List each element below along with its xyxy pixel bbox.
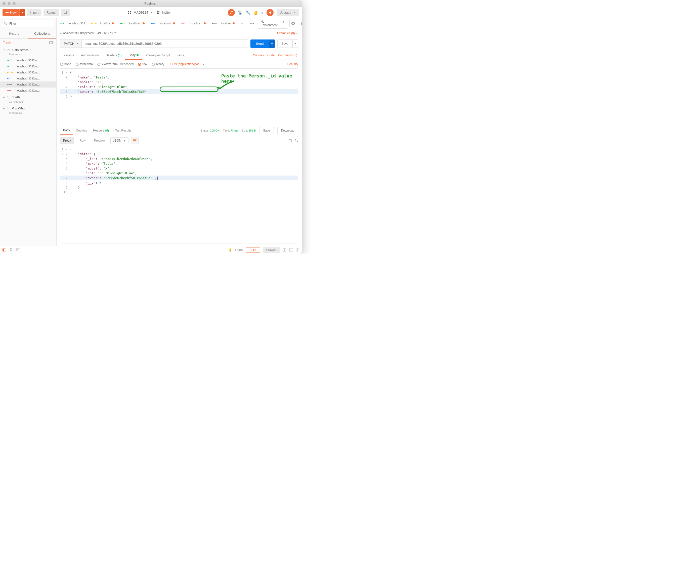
- code-link[interactable]: Code: [267, 54, 275, 57]
- svg-rect-2: [130, 11, 131, 12]
- sync-button[interactable]: [228, 9, 235, 16]
- runner-button[interactable]: Runner: [43, 9, 59, 16]
- save-response-button[interactable]: Save: [259, 127, 274, 134]
- sidebar-request-item[interactable]: DELlocalhost:3030/ap...: [0, 88, 56, 94]
- send-button-dropdown[interactable]: ▼: [269, 39, 275, 48]
- window-titlebar: Postman: [0, 0, 302, 7]
- method-selector[interactable]: PATCH ▼: [60, 39, 81, 48]
- trash-link[interactable]: Trash: [3, 41, 11, 44]
- wrap-lines-button[interactable]: [131, 137, 139, 144]
- browse-button[interactable]: Browse: [263, 247, 280, 253]
- cookies-link[interactable]: Cookies: [253, 54, 264, 57]
- import-button[interactable]: Import: [27, 9, 41, 16]
- sidebar-request-item[interactable]: GETlocalhost:3030/ap...: [0, 57, 56, 63]
- window-icon: [64, 11, 67, 14]
- resp-tab-headers[interactable]: Headers (6): [90, 127, 112, 134]
- resp-view-pretty[interactable]: Pretty: [60, 137, 74, 144]
- heart-icon[interactable]: ♥: [261, 10, 264, 15]
- subtab-prerequest[interactable]: Pre-request Script: [142, 51, 173, 60]
- svg-rect-3: [128, 13, 129, 14]
- request-tab[interactable]: DELlocalhost:: [178, 19, 209, 27]
- subtab-body[interactable]: Body: [125, 51, 142, 60]
- download-response-button[interactable]: Download: [277, 127, 298, 134]
- new-button-dropdown[interactable]: ▼: [20, 9, 25, 16]
- tab-history[interactable]: History: [0, 29, 28, 38]
- add-tab-button[interactable]: +: [238, 21, 247, 26]
- resp-tab-cookies[interactable]: Cookies: [73, 127, 90, 134]
- build-button[interactable]: Build: [246, 247, 260, 253]
- find-icon[interactable]: [10, 248, 13, 251]
- resp-tab-testresults[interactable]: Test Results: [112, 127, 134, 134]
- console-icon[interactable]: [16, 248, 20, 251]
- layout-icon[interactable]: [289, 248, 293, 251]
- url-input[interactable]: [81, 39, 248, 48]
- request-tab[interactable]: GETlocalhost:303: [57, 19, 88, 27]
- content-type-selector[interactable]: JSON (application/json) ▼: [169, 62, 205, 66]
- sidebar-request-item[interactable]: GETlocalhost:3030/ap...: [0, 63, 56, 69]
- gear-icon: [301, 22, 302, 25]
- environment-selector[interactable]: No Environment ▼: [258, 18, 287, 29]
- resp-format-selector[interactable]: JSON▼: [110, 137, 128, 144]
- user-avatar[interactable]: [267, 9, 274, 16]
- annotation-arrow: [216, 80, 236, 92]
- chevron-down-icon: ▼: [76, 42, 79, 45]
- send-button[interactable]: Send: [250, 39, 269, 48]
- bodytype-formdata[interactable]: form-data: [76, 62, 93, 66]
- request-tab[interactable]: PATClocalhos: [209, 19, 238, 27]
- copy-response-icon[interactable]: [289, 139, 292, 142]
- user-plus-icon: [157, 11, 160, 14]
- request-tab[interactable]: POSTlocalhos: [88, 19, 117, 27]
- subtab-params[interactable]: Params: [60, 51, 77, 60]
- eye-icon: [291, 22, 295, 25]
- sidebar: History Collections Trash ▼🗀Cars demos6 …: [0, 18, 57, 246]
- bell-icon[interactable]: 🔔: [253, 10, 258, 15]
- request-tab[interactable]: GETlocalhost:: [117, 19, 148, 27]
- request-body-editor[interactable]: 1 ▾{ 2 "make": "Tesla", 3 "model": "X", …: [60, 68, 298, 121]
- learn-link[interactable]: Learn: [235, 248, 243, 252]
- resp-view-raw[interactable]: Raw: [76, 137, 89, 144]
- bodytype-binary[interactable]: binary: [152, 62, 164, 66]
- bootcamp-icon[interactable]: 💡: [228, 248, 232, 252]
- body-indicator-dot: [137, 54, 139, 56]
- sidebar-request-item[interactable]: PUTlocalhost:3030/ap...: [0, 75, 56, 81]
- environment-quicklook-button[interactable]: [289, 20, 297, 27]
- grid-icon: [128, 11, 132, 14]
- subtab-headers[interactable]: Headers (1): [102, 51, 125, 60]
- new-window-button[interactable]: [61, 9, 70, 16]
- wrench-icon[interactable]: 🔧: [246, 10, 250, 15]
- satellite-icon[interactable]: 📡: [238, 10, 243, 15]
- invite-button[interactable]: Invite: [157, 11, 170, 14]
- sidebar-request-item[interactable]: POSTlocalhost:3030/ap...: [0, 69, 56, 75]
- request-tab[interactable]: PUTlocalhost:: [148, 19, 178, 27]
- tab-options-button[interactable]: •••: [247, 21, 258, 25]
- breadcrumb: localhost:3030/api/cars/1549056177332: [62, 31, 116, 35]
- resp-view-preview[interactable]: Preview: [91, 137, 108, 144]
- comments-link[interactable]: Comments (0): [278, 54, 297, 57]
- svg-rect-13: [3, 248, 4, 251]
- upgrade-button[interactable]: Upgrade ▼: [277, 9, 299, 16]
- bodytype-none[interactable]: none: [60, 62, 71, 66]
- examples-link[interactable]: Examples (0) ▼: [277, 31, 298, 35]
- bodytype-raw[interactable]: raw: [138, 62, 147, 66]
- response-body-viewer[interactable]: 1 ▾{ 2 ▾ "data": { 3 "_id": "5c65e151b2e…: [60, 147, 298, 243]
- statusbar: 💡 Learn Build Browse ?: [0, 246, 302, 254]
- sidebar-request-item[interactable]: PATClocalhost:3030/ap...: [0, 81, 56, 88]
- filter-input[interactable]: [2, 20, 54, 27]
- search-response-icon[interactable]: [295, 139, 298, 142]
- workspace-selector[interactable]: MAD9124 ▼: [128, 11, 153, 14]
- resp-tab-body[interactable]: Body: [60, 127, 73, 135]
- subtab-authorization[interactable]: Authorization: [77, 51, 102, 60]
- chevron-down-icon: ▼: [282, 21, 285, 23]
- new-button[interactable]: New: [3, 9, 20, 16]
- bodytype-xwww[interactable]: x-www-form-urlencoded: [97, 62, 134, 66]
- subtab-tests[interactable]: Tests: [173, 51, 188, 60]
- tab-collections[interactable]: Collections: [28, 29, 56, 38]
- beautify-link[interactable]: Beautify: [287, 62, 298, 66]
- two-pane-icon[interactable]: [283, 248, 286, 251]
- help-icon[interactable]: ?: [296, 248, 299, 251]
- sidebar-toggle-icon[interactable]: [3, 248, 6, 251]
- save-button[interactable]: Save: [277, 39, 293, 48]
- new-collection-icon[interactable]: [49, 41, 53, 44]
- save-button-dropdown[interactable]: ▼: [293, 39, 298, 48]
- settings-button[interactable]: [299, 20, 302, 27]
